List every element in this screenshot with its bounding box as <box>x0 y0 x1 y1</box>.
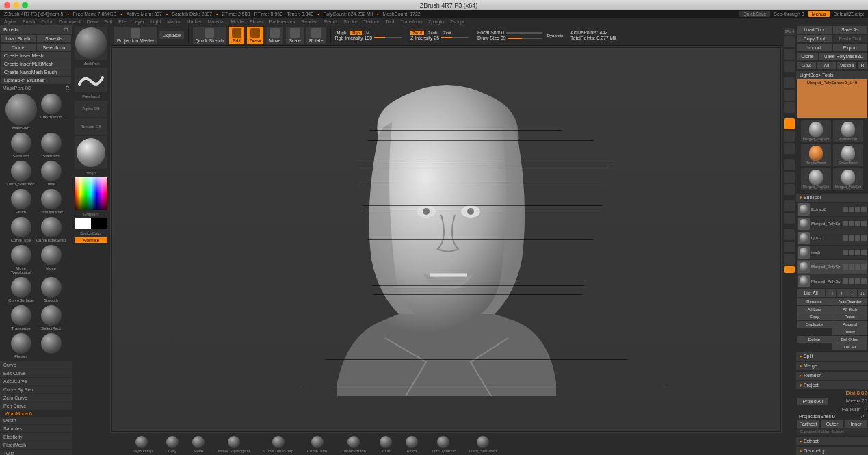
subtool-flags[interactable] <box>843 278 867 284</box>
brush-curvesurface[interactable]: CurveSurface <box>8 277 35 302</box>
flag-icon[interactable] <box>849 207 854 212</box>
brush-curvetubesnap[interactable]: CurveTubeSnap <box>38 217 65 242</box>
farthest-button[interactable]: Farthest <box>797 420 819 428</box>
brush-inflat[interactable]: Inflat <box>38 161 65 186</box>
goz-r-button[interactable]: R <box>858 62 867 69</box>
quickbrush-curvetube[interactable]: CurveTube <box>307 436 327 453</box>
persp-button[interactable] <box>784 90 795 101</box>
viewport[interactable] <box>111 47 781 432</box>
goz-all-button[interactable]: All <box>817 62 837 69</box>
zcut-toggle[interactable]: Zcut <box>441 31 453 35</box>
brush-pinch[interactable]: Pinch <box>8 189 35 214</box>
all-low-button[interactable]: All Low <box>797 306 832 313</box>
section-curve-by-pen[interactable]: Curve By Pen <box>0 386 72 393</box>
texture-thumb[interactable]: Texture Off <box>75 118 107 135</box>
del-all-button[interactable]: Del All <box>832 343 867 350</box>
project-all-button[interactable]: ProjectAll <box>797 398 828 405</box>
brush-standard[interactable]: Standard <box>8 133 35 158</box>
brush-flatten[interactable]: Flatten <box>8 333 35 359</box>
quickbrush-dam_standard[interactable]: Dam_Standard <box>469 436 497 453</box>
brush-dam_standard[interactable]: Dam_Standard <box>8 161 35 186</box>
white-swatch[interactable] <box>75 218 91 229</box>
current-brush-thumb[interactable] <box>75 27 107 60</box>
paste-button[interactable]: Paste <box>832 313 867 320</box>
tool-thumb-merged_polysphere[interactable]: Merged_PolySph <box>801 120 831 142</box>
create-create-nanomesh-brush[interactable]: Create NanoMesh Brush <box>1 68 71 76</box>
subtool-header[interactable]: SubTool <box>796 194 868 202</box>
floor-button[interactable] <box>784 102 795 113</box>
section-zero-curve[interactable]: Zero Curve <box>0 394 72 402</box>
rgb-intensity-slider[interactable]: Rgb Intensity 100 <box>335 36 372 40</box>
menu-transform[interactable]: Transform <box>400 19 422 24</box>
zsub-toggle[interactable]: Zsub <box>426 31 439 35</box>
flag-icon[interactable] <box>861 278 867 284</box>
brush-maskpen[interactable]: MaskPen <box>8 94 35 130</box>
flag-icon[interactable] <box>855 250 860 255</box>
alpha-thumb[interactable]: Alpha Off <box>75 101 107 117</box>
brush-move-topological[interactable]: Move Topological <box>8 245 35 274</box>
polyfr-button[interactable] <box>784 254 795 265</box>
flag-icon[interactable] <box>861 264 867 270</box>
copy-button[interactable]: Copy <box>797 313 832 320</box>
export-button[interactable]: Export <box>833 44 868 51</box>
flag-icon[interactable] <box>861 207 867 212</box>
menu-texture[interactable]: Texture <box>363 19 379 24</box>
lightbox-tools-button[interactable]: LightBox> Tools <box>796 71 868 79</box>
project-header[interactable]: Project <box>796 381 868 389</box>
quickbrush-curvetubesnap[interactable]: CurveTubeSnap <box>263 436 293 453</box>
menu-layer[interactable]: Layer <box>133 19 145 24</box>
brush-smooth[interactable]: Smooth <box>38 277 65 302</box>
flag-icon[interactable] <box>861 250 867 255</box>
menu-brush[interactable]: Brush <box>23 19 35 24</box>
edit-mode-button[interactable]: Edit <box>229 27 244 44</box>
projection-master-button[interactable]: Projection Master <box>114 27 157 44</box>
color-swatches[interactable] <box>75 218 107 229</box>
menu-alpha[interactable]: Alpha <box>4 19 16 24</box>
flag-icon[interactable] <box>849 235 854 241</box>
section-split[interactable]: Split <box>796 352 868 361</box>
subtool-quill3[interactable]: Quill3 <box>797 231 867 245</box>
move-subtool-button[interactable]: ↓↓ <box>858 289 867 297</box>
flag-icon[interactable] <box>855 221 860 226</box>
zoom-button[interactable] <box>784 36 795 47</box>
goz-visible-button[interactable]: Visible <box>837 62 856 69</box>
rename-button[interactable]: Rename <box>797 298 832 305</box>
flag-icon[interactable] <box>843 278 848 284</box>
section-depth[interactable]: Depth <box>0 417 72 424</box>
quickbrush-trimdynamic[interactable]: TrimDynamic <box>432 436 456 453</box>
menu-draw[interactable]: Draw <box>87 19 98 24</box>
flag-icon[interactable] <box>843 250 848 255</box>
save-as-tool-button[interactable]: Save As <box>833 26 868 34</box>
quickbrush-pinch[interactable]: Pinch <box>406 436 418 453</box>
mrgb-toggle[interactable]: Mrgb <box>335 31 349 35</box>
subtool-extract6[interactable]: Extract6 <box>797 203 867 216</box>
menu-render[interactable]: Render <box>301 19 317 24</box>
seethrough-slider[interactable]: See-through 0 <box>774 12 804 16</box>
save-as-brush-button[interactable]: Save As <box>37 35 72 42</box>
menu-preferences[interactable]: Preferences <box>269 19 295 24</box>
menu-edit[interactable]: Edit <box>104 19 112 24</box>
outer-button[interactable]: Outer <box>821 420 843 428</box>
brush-claybuildup[interactable]: ClayBuildup <box>38 94 65 130</box>
draw-size-slider[interactable]: Draw Size 39 <box>477 36 506 40</box>
alternate-button[interactable]: Alternate <box>75 237 107 243</box>
brush-curvetube[interactable]: CurveTube <box>8 217 35 242</box>
goz-button[interactable]: GoZ <box>797 62 816 69</box>
brush-trimdynamic[interactable]: TrimDynamic <box>38 189 65 214</box>
flag-icon[interactable] <box>855 235 860 241</box>
stroke-thumb[interactable] <box>75 68 107 92</box>
current-tool-name[interactable]: Merged_PolySphere3_1.40 <box>797 79 867 118</box>
xyz-button[interactable]: XYZ <box>784 266 795 273</box>
section-remesh[interactable]: Remesh <box>796 372 868 380</box>
quickbrush-clay[interactable]: Clay <box>166 436 179 453</box>
section-elasticity[interactable]: Elasticity <box>0 433 72 441</box>
wrapmode-slider[interactable]: WrapMode 0 <box>5 411 32 416</box>
gradient-label[interactable]: Gradient <box>75 211 107 217</box>
quickbrush-move-topological[interactable]: Move Topological <box>218 436 250 453</box>
flag-icon[interactable] <box>843 207 848 212</box>
create-lightbox-brushes[interactable]: LightBox> Brushes <box>1 77 71 84</box>
menu-file[interactable]: File <box>118 19 126 24</box>
quickbrush-inflat[interactable]: Inflat <box>380 436 392 453</box>
geometry-header[interactable]: Geometry <box>796 447 868 455</box>
section-accucurve[interactable]: AccuCurve <box>0 378 72 385</box>
